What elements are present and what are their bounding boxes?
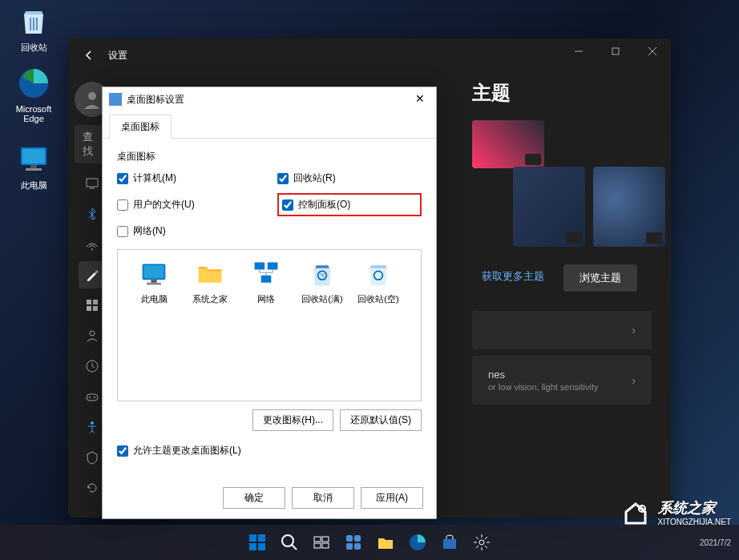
svg-point-15 — [91, 248, 93, 250]
maximize-button[interactable] — [597, 38, 634, 64]
checkbox-controlpanel[interactable]: 控制面板(O) — [282, 198, 350, 212]
store-button[interactable] — [435, 528, 464, 557]
get-more-themes-link[interactable]: 获取更多主题 — [472, 264, 554, 292]
checkbox-label: 回收站(R) — [293, 171, 336, 185]
svg-point-23 — [89, 397, 91, 398]
desktop-icons-dialog: 桌面图标设置 ✕ 桌面图标 桌面图标 计算机(M) 回收站(R) 用户的文件(U… — [102, 87, 437, 519]
browse-themes-button[interactable]: 浏览主题 — [563, 264, 637, 292]
svg-rect-16 — [87, 300, 91, 304]
svg-rect-38 — [258, 543, 265, 550]
svg-rect-42 — [322, 537, 329, 542]
svg-rect-28 — [151, 280, 156, 283]
checkbox-computer[interactable]: 计算机(M) — [117, 171, 261, 185]
preview-item-this-pc[interactable]: 此电脑 — [126, 258, 182, 305]
svg-rect-6 — [30, 165, 37, 168]
icon-preview-area: 此电脑 系统之家 网络 回收站(满) 回收站(空) — [117, 249, 422, 401]
taskbar: 2021/7/2 — [0, 525, 739, 560]
watermark-text: 系统之家 — [658, 500, 716, 516]
svg-rect-35 — [249, 534, 256, 542]
theme-thumbnail[interactable] — [472, 120, 544, 168]
dialog-close-button[interactable]: ✕ — [410, 91, 430, 107]
svg-rect-22 — [87, 394, 98, 401]
ok-button[interactable]: 确定 — [223, 487, 285, 509]
cancel-button[interactable]: 取消 — [292, 487, 354, 509]
svg-rect-5 — [22, 149, 45, 163]
edge-icon — [16, 66, 51, 101]
preview-label: 回收站(满) — [294, 293, 350, 305]
checkbox-recycle[interactable]: 回收站(R) — [277, 171, 422, 185]
svg-rect-0 — [30, 18, 31, 30]
desktop-icon-this-pc[interactable]: 此电脑 — [8, 141, 59, 191]
apply-button[interactable]: 应用(A) — [361, 487, 423, 509]
theme-thumbnail[interactable] — [513, 167, 585, 247]
edge-button[interactable] — [403, 528, 432, 557]
recycle-empty-icon — [362, 258, 394, 290]
checkbox-input[interactable] — [277, 173, 289, 184]
svg-rect-44 — [322, 543, 329, 548]
svg-point-12 — [88, 92, 96, 100]
theme-thumbnail[interactable] — [593, 167, 665, 247]
preview-item-system-home[interactable]: 系统之家 — [182, 258, 238, 305]
preview-label: 网络 — [238, 293, 294, 305]
desktop-icon-recycle-bin[interactable]: 回收站 — [8, 3, 59, 54]
svg-rect-45 — [346, 535, 353, 542]
svg-rect-18 — [87, 306, 91, 311]
dialog-tab[interactable]: 桌面图标 — [109, 115, 172, 139]
settings-button[interactable] — [467, 528, 496, 557]
settings-title: 设置 — [108, 49, 127, 62]
svg-rect-31 — [268, 263, 278, 270]
preview-item-network[interactable]: 网络 — [238, 258, 294, 305]
allow-theme-checkbox[interactable]: 允许主题更改桌面图标(L) — [117, 444, 422, 457]
svg-rect-36 — [258, 534, 265, 542]
settings-row[interactable]: nes or low vision, light sensitivity › — [472, 356, 652, 405]
start-button[interactable] — [243, 528, 272, 557]
search-button[interactable] — [275, 528, 304, 557]
checkbox-label: 用户的文件(U) — [133, 198, 195, 212]
checkbox-userfiles[interactable]: 用户的文件(U) — [117, 193, 261, 216]
monitor-icon — [138, 258, 170, 290]
svg-rect-1 — [33, 18, 34, 30]
svg-rect-30 — [255, 263, 265, 270]
restore-default-button[interactable]: 还原默认值(S) — [340, 409, 422, 431]
svg-rect-43 — [314, 543, 321, 548]
desktop-icon-label: Microsoft Edge — [8, 104, 59, 123]
taskview-button[interactable] — [307, 528, 336, 557]
svg-point-24 — [94, 397, 95, 398]
fieldset-label: 桌面图标 — [117, 150, 422, 163]
svg-rect-19 — [93, 306, 98, 311]
close-button[interactable] — [634, 38, 671, 64]
watermark: 系统之家 XITONGZHIJIA.NET — [620, 496, 732, 528]
explorer-button[interactable] — [371, 528, 400, 557]
back-button[interactable] — [78, 44, 100, 66]
checkbox-input[interactable] — [117, 226, 128, 237]
network-icon — [250, 258, 282, 290]
recycle-bin-icon — [16, 3, 51, 38]
widgets-button[interactable] — [339, 528, 368, 557]
dialog-title-text: 桌面图标设置 — [127, 93, 184, 107]
svg-point-25 — [91, 421, 94, 425]
checkbox-input[interactable] — [117, 173, 128, 184]
preview-item-recycle-empty[interactable]: 回收站(空) — [350, 258, 406, 305]
svg-point-50 — [479, 540, 484, 545]
preview-label: 回收站(空) — [350, 293, 406, 305]
preview-label: 此电脑 — [126, 293, 182, 305]
svg-rect-13 — [87, 179, 98, 187]
svg-rect-48 — [354, 543, 361, 550]
taskbar-tray[interactable]: 2021/7/2 — [700, 538, 731, 547]
checkbox-input[interactable] — [117, 199, 128, 211]
desktop-icon-edge[interactable]: Microsoft Edge — [8, 66, 59, 123]
minimize-button[interactable] — [560, 38, 597, 64]
checkbox-label: 网络(N) — [133, 224, 166, 238]
settings-row[interactable]: › — [472, 311, 652, 349]
change-icon-button[interactable]: 更改图标(H)... — [252, 409, 333, 431]
preview-item-recycle-full[interactable]: 回收站(满) — [294, 258, 350, 305]
svg-rect-41 — [314, 537, 321, 542]
checkbox-network[interactable]: 网络(N) — [117, 224, 261, 238]
checkbox-input[interactable] — [117, 445, 128, 457]
watermark-logo-icon — [620, 496, 652, 528]
this-pc-icon — [16, 141, 51, 176]
checkbox-input[interactable] — [282, 199, 293, 211]
svg-rect-17 — [93, 300, 98, 304]
chevron-right-icon: › — [632, 374, 636, 387]
folder-icon — [194, 258, 226, 290]
